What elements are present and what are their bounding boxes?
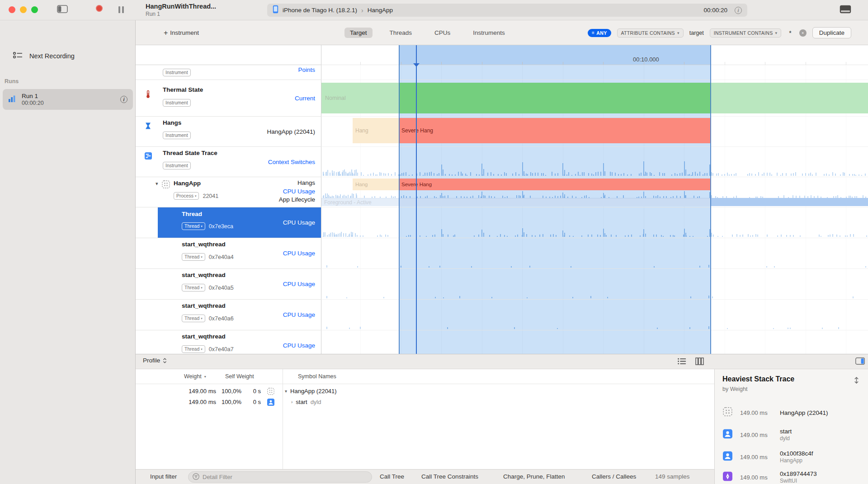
detail-filter-input[interactable]	[203, 474, 368, 480]
call-tree-row[interactable]: 149.00 ms 100,0% 0 s ▾ HangApp (22041)	[136, 386, 714, 397]
track-label-wqthread[interactable]: start_wqthread Thread▾ 0x7e40a5 CPU Usag…	[136, 269, 321, 299]
frame-symbol: 0x100f38c4f	[780, 450, 813, 457]
column-symbol-names[interactable]: Symbol Names	[298, 373, 336, 380]
thread-badge[interactable]: Thread▾	[182, 222, 205, 230]
dim-outside-selection-right	[710, 45, 868, 354]
close-button[interactable]	[9, 6, 15, 13]
instrument-contains-dropdown[interactable]: INSTRUMENT CONTAINS ▾	[710, 28, 782, 38]
cpu-usage-link[interactable]: CPU Usage	[283, 219, 315, 226]
clear-filter-icon[interactable]: ×	[799, 29, 807, 37]
detail-view-selector[interactable]: Profile	[143, 357, 167, 364]
hangs-target-label[interactable]: HangApp (22041)	[267, 128, 315, 135]
run-info-icon[interactable]: i	[120, 96, 127, 103]
points-link[interactable]: Points	[298, 66, 315, 73]
view-list-icon[interactable]	[677, 357, 687, 365]
instrument-badge[interactable]: Instrument	[163, 69, 191, 76]
track-label-thread[interactable]: Thread Thread▾ 0x7e3eca CPU Usage	[136, 207, 321, 238]
track-strategy-segmented-control: Target Threads CPUs Instruments	[344, 20, 510, 45]
bottom-panel-toggle-icon[interactable]	[840, 5, 851, 14]
track-label-thermal[interactable]: Thermal State Instrument Current	[136, 80, 321, 116]
thread-badge[interactable]: Thread▾	[182, 284, 205, 291]
minimize-button[interactable]	[20, 6, 27, 13]
call-tree-button[interactable]: Call Tree	[380, 473, 404, 480]
segment-instruments[interactable]: Instruments	[467, 28, 510, 38]
chevron-down-icon: ▾	[677, 31, 679, 35]
track-label-points[interactable]: Instrument Points	[136, 65, 321, 80]
severe-hang-segment[interactable]: Severe Hang	[399, 179, 710, 190]
pin-updown-icon[interactable]	[853, 376, 860, 386]
thread-title: start_wqthread	[182, 272, 226, 278]
context-switches-link[interactable]: Context Switches	[268, 159, 315, 165]
cpu-usage-link[interactable]: CPU Usage	[283, 342, 315, 349]
frame-weight: 149.00 ms	[740, 432, 768, 438]
detail-filter-field[interactable]	[188, 471, 372, 483]
target-device-selector[interactable]: iPhone de Tiago H. (18.2.1) › HangApp 00…	[267, 4, 747, 17]
record-button[interactable]	[96, 5, 103, 12]
zoom-button[interactable]	[31, 6, 38, 13]
cpu-usage-link[interactable]: CPU Usage	[283, 311, 315, 318]
hangs-lane-label[interactable]: Hangs	[297, 179, 315, 186]
thread-badge[interactable]: Thread▾	[182, 315, 205, 322]
filter-pattern-value[interactable]: *	[787, 29, 793, 37]
thread-id: 0x7e40a5	[209, 285, 234, 291]
cpu-usage-link[interactable]: CPU Usage	[283, 250, 315, 257]
playhead[interactable]	[416, 45, 417, 354]
track-label-thread-state[interactable]: Thread State Trace Instrument Context Sw…	[136, 147, 321, 177]
cpu-usage-link[interactable]: CPU Usage	[283, 188, 315, 195]
stack-frame[interactable]: 149.00 ms 0x100f38c4f HangApp	[715, 446, 868, 468]
thread-badge[interactable]: Thread▾	[182, 253, 205, 261]
attribute-contains-dropdown[interactable]: ATTRIBUTE CONTAINS ▾	[617, 28, 684, 38]
segment-cpus[interactable]: CPUs	[429, 28, 456, 38]
instrument-badge[interactable]: Instrument	[163, 99, 191, 107]
playhead-marker-icon[interactable]	[413, 63, 420, 70]
column-self-weight[interactable]: Self Weight	[225, 373, 254, 380]
inspector-toggle-icon[interactable]	[855, 357, 865, 365]
segment-target[interactable]: Target	[344, 28, 373, 38]
input-filter-button[interactable]: Input filter	[150, 473, 177, 480]
segment-threads[interactable]: Threads	[384, 28, 418, 38]
sidebar-toggle-icon[interactable]	[57, 5, 68, 13]
track-label-hangs[interactable]: Hangs Instrument HangApp (22041)	[136, 117, 321, 146]
instrument-badge[interactable]: Instrument	[163, 132, 191, 139]
thread-badge[interactable]: Thread▾	[182, 345, 205, 353]
run-item-selected[interactable]: Run 1 00:00:20 i	[3, 89, 133, 110]
selection-start-handle[interactable]	[399, 45, 400, 354]
selection-end-handle[interactable]	[710, 45, 711, 354]
call-tree-row[interactable]: 149.00 ms 100,0% 0 s › start dyld	[136, 397, 714, 408]
pause-button[interactable]	[118, 6, 124, 13]
frame-library: dyld	[780, 435, 792, 442]
pause-icon	[118, 6, 120, 13]
next-recording-item[interactable]: Next Recording	[13, 51, 75, 61]
call-tree-constraints-button[interactable]: Call Tree Constraints	[421, 473, 478, 480]
stack-frame[interactable]: 149.00 ms start dyld	[715, 424, 868, 446]
run-name: Run 1	[22, 93, 44, 99]
symbol-name: start	[296, 397, 307, 408]
cpu-usage-link[interactable]: CPU Usage	[283, 281, 315, 287]
column-weight[interactable]: Weight ▾	[184, 373, 206, 380]
instrument-badge[interactable]: Instrument	[163, 162, 191, 169]
disclosure-triangle[interactable]: ▾	[285, 386, 287, 397]
current-link[interactable]: Current	[295, 95, 315, 102]
track-label-wqthread[interactable]: start_wqthread Thread▾ 0x7e40a7 CPU Usag…	[136, 330, 321, 354]
add-instrument-button[interactable]: + Instrument	[164, 20, 199, 45]
info-icon[interactable]: i	[735, 7, 742, 14]
track-label-wqthread[interactable]: start_wqthread Thread▾ 0x7e40a4 CPU Usag…	[136, 238, 321, 268]
track-label-wqthread[interactable]: start_wqthread Thread▾ 0x7e40a6 CPU Usag…	[136, 300, 321, 330]
callers-callees-button[interactable]: Callers / Callees	[592, 473, 636, 480]
view-columns-icon[interactable]	[695, 357, 704, 365]
disclosure-triangle[interactable]: ›	[291, 397, 292, 408]
app-lifecycle-label[interactable]: App Lifecycle	[279, 196, 315, 203]
stack-frame[interactable]: 149.00 ms HangApp (22041)	[715, 402, 868, 423]
severe-hang-segment[interactable]: Severe Hang	[399, 118, 710, 143]
filter-lines-icon: ≡	[592, 30, 594, 35]
frame-library: SwiftUI	[780, 478, 817, 484]
track-label-hangapp[interactable]: ▾ HangApp Process▾ 22041 Hangs CPU Usage…	[136, 177, 321, 207]
filter-any-pill[interactable]: ≡ ANY	[588, 29, 611, 37]
charge-prune-flatten-button[interactable]: Charge, Prune, Flatten	[503, 473, 565, 480]
disclosure-triangle[interactable]: ▾	[156, 181, 158, 187]
duplicate-button[interactable]: Duplicate	[812, 27, 851, 38]
stack-frame[interactable]: 149.00 ms 0x189744473 SwiftUI	[715, 466, 868, 484]
run-duration: 00:00:20	[22, 100, 44, 106]
process-badge[interactable]: Process▾	[174, 192, 199, 200]
column-divider[interactable]	[283, 369, 283, 469]
